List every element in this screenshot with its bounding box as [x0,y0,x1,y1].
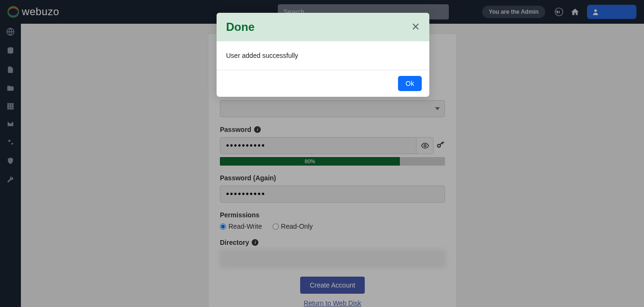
success-modal: Done ✕ User added successfully Ok [217,13,429,97]
modal-footer: Ok [217,70,429,97]
modal-ok-button[interactable]: Ok [398,76,422,91]
modal-close-button[interactable]: ✕ [411,22,420,32]
modal-header: Done ✕ [217,13,429,41]
close-icon: ✕ [411,21,420,33]
modal-title: Done [226,20,255,34]
modal-message: User added successfully [217,41,429,70]
